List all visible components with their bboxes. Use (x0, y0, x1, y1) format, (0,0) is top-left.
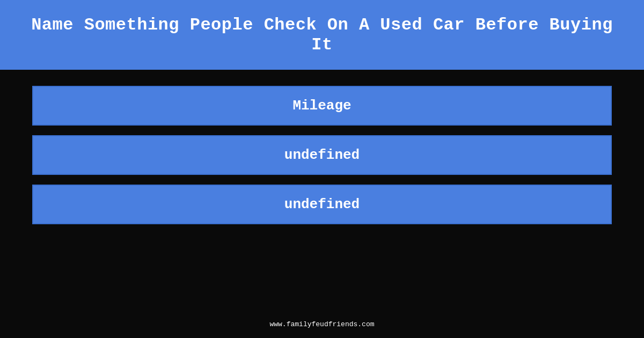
answer-row-3[interactable]: undefined (32, 185, 612, 224)
answer-row-1[interactable]: Mileage (32, 86, 612, 126)
question-title: Name Something People Check On A Used Ca… (31, 15, 613, 55)
question-header: Name Something People Check On A Used Ca… (0, 0, 644, 70)
answer-text-2: undefined (284, 147, 360, 163)
answer-text-3: undefined (284, 196, 360, 212)
answers-container: Mileageundefinedundefined (0, 70, 644, 240)
answer-row-2[interactable]: undefined (32, 135, 612, 175)
answer-text-1: Mileage (292, 98, 351, 114)
footer-url: www.familyfeudfriends.com (269, 320, 374, 328)
